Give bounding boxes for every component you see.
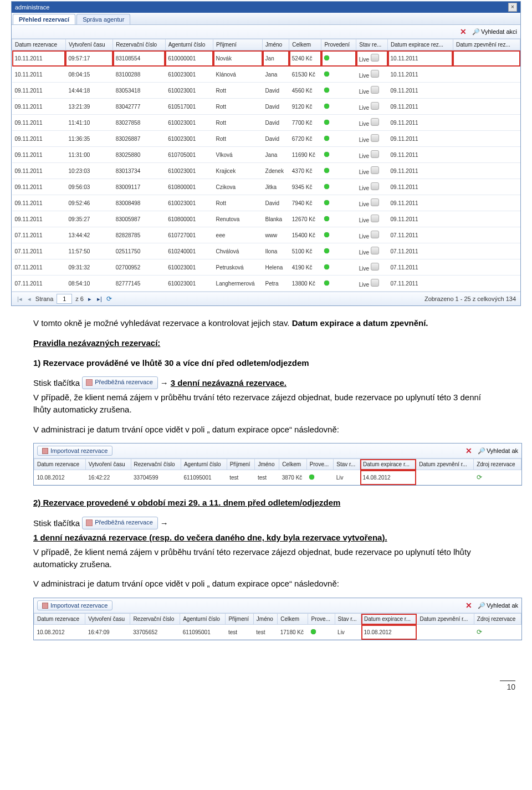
- col-header[interactable]: Celkem: [278, 614, 308, 625]
- col-header[interactable]: Stav r...: [334, 459, 360, 470]
- col-header[interactable]: Datum expirace r...: [361, 614, 417, 625]
- table-row[interactable]: 07.11.201111:57:5002511750610240001Chvál…: [12, 243, 520, 259]
- page-number: 10: [500, 680, 515, 691]
- toolbar: Importovat rezervace ✕ 🔎Vyhledat ak: [34, 598, 521, 613]
- col-header[interactable]: Přijmení: [227, 459, 255, 470]
- col-header[interactable]: Vytvoření času: [85, 614, 130, 625]
- col-header[interactable]: Jméno: [255, 459, 279, 470]
- clear-icon[interactable]: ✕: [466, 446, 472, 455]
- predbezna-button[interactable]: Předběžná rezervace: [82, 376, 158, 389]
- col-header[interactable]: Zdroj rezervace: [474, 459, 521, 470]
- table-row[interactable]: 09.11.201109:56:0383009117610800001Cziko…: [12, 179, 520, 195]
- admin-window-2: Importovat rezervace ✕ 🔎Vyhledat ak Datu…: [33, 443, 522, 486]
- col-header[interactable]: Agenturní číslo: [180, 614, 226, 625]
- p1a: V tomto okně je možné vyhledávat rezerva…: [33, 318, 292, 328]
- clear-icon[interactable]: ✕: [460, 27, 467, 36]
- table-row[interactable]: 09.11.201111:36:3583026887610023001RottD…: [12, 131, 520, 147]
- table-row[interactable]: 07.11.201108:54:1082777145610023001Langh…: [12, 276, 520, 292]
- stisk-label: Stisk tlačítka: [33, 517, 80, 529]
- binoculars-icon: 🔎: [472, 28, 480, 35]
- col-header[interactable]: Datum zpevnění r...: [417, 614, 474, 625]
- first-page-icon[interactable]: |◂: [16, 295, 23, 303]
- table-row[interactable]: 09.11.201114:44:1883053418610023001RottD…: [12, 83, 520, 99]
- table-row[interactable]: 10.08.201216:47:0933705652611095001testt…: [34, 625, 521, 640]
- page-input[interactable]: [57, 294, 72, 304]
- table-row[interactable]: 07.11.201109:31:3202700952610023001Petru…: [12, 259, 520, 276]
- search-action[interactable]: 🔎Vyhledat akci: [472, 28, 517, 35]
- toolbar: ✕ 🔎Vyhledat akci: [12, 25, 520, 39]
- col-header[interactable]: Datum expirace rez...: [388, 39, 453, 50]
- p6: 2) Rezervace provedené v období mezi 29.…: [33, 497, 499, 509]
- col-header[interactable]: Rezervační číslo: [131, 459, 181, 470]
- table-row[interactable]: 07.11.201113:44:4282828785610727001eeeww…: [12, 227, 520, 243]
- col-header[interactable]: Celkem: [289, 39, 321, 50]
- p3: 1) Rezervace prováděné ve lhůtě 30 a víc…: [33, 357, 499, 369]
- col-header[interactable]: Stav r...: [335, 614, 361, 625]
- import-icon: [42, 448, 48, 454]
- admin-window: administrace × Přehled rezervací Správa …: [11, 1, 521, 306]
- refresh-icon[interactable]: ⟳: [106, 295, 112, 303]
- col-header[interactable]: Přijmení: [213, 39, 263, 50]
- col-header[interactable]: Datum rezervace: [12, 39, 66, 50]
- import-button[interactable]: Importovat rezervace: [37, 600, 112, 610]
- col-header[interactable]: Agenturní číslo: [181, 459, 227, 470]
- col-header[interactable]: Rezervační číslo: [113, 39, 165, 50]
- col-header[interactable]: Prove...: [308, 614, 335, 625]
- arrow-icon: →: [160, 377, 168, 389]
- table-row[interactable]: 09.11.201111:31:0083025880610705001Vlkov…: [12, 147, 520, 163]
- next-page-icon[interactable]: ▸: [87, 295, 93, 303]
- col-header[interactable]: Datum expirace r...: [360, 459, 416, 470]
- import-button[interactable]: Importovat rezervace: [37, 446, 112, 456]
- col-header[interactable]: Celkem: [279, 459, 307, 470]
- pager-summary: Zobrazeno 1 - 25 z celkových 134: [424, 295, 516, 302]
- col-header[interactable]: Datum rezervace: [34, 459, 86, 470]
- clear-icon[interactable]: ✕: [466, 601, 472, 610]
- table-row[interactable]: 10.11.201108:04:1583100288610023001Kláno…: [12, 67, 520, 83]
- page-label: Strana: [35, 295, 53, 302]
- col-header[interactable]: Jméno: [263, 39, 289, 50]
- page-of: z 6: [75, 295, 84, 302]
- col-header[interactable]: Vytvoření času: [85, 459, 131, 470]
- search-action[interactable]: 🔎Vyhledat ak: [478, 447, 518, 455]
- tab-sprava[interactable]: Správa agentur: [76, 14, 130, 24]
- table-row[interactable]: 09.11.201111:41:1083027858610023001RottD…: [12, 115, 520, 131]
- col-header[interactable]: Datum rezervace: [34, 614, 85, 625]
- col-header[interactable]: Datum zpevnění r...: [416, 459, 474, 470]
- table-row[interactable]: 09.11.201109:52:4683008498610023001RottD…: [12, 195, 520, 211]
- col-header[interactable]: Rezervační číslo: [130, 614, 180, 625]
- table-row[interactable]: 09.11.201109:35:2783005987610800001Renut…: [12, 211, 520, 227]
- col-header[interactable]: Provedení: [321, 39, 356, 50]
- prev-page-icon[interactable]: ◂: [27, 295, 32, 303]
- reservations-grid: Datum rezervaceVytvoření časuRezervační …: [12, 39, 520, 292]
- p2: Pravidla nezávazných rezervací:: [33, 337, 499, 349]
- rez1: 1 denní nezávazná rezervace (resp. do ve…: [33, 532, 387, 544]
- arrow-icon: →: [160, 517, 168, 529]
- table-row[interactable]: 09.11.201113:21:3983042777610517001RottD…: [12, 99, 520, 115]
- pager: |◂ ◂ Strana z 6 ▸ ▸| ⟳ Zobrazeno 1 - 25 …: [12, 292, 520, 305]
- col-header[interactable]: Datum zpevnění rez...: [453, 39, 520, 50]
- col-header[interactable]: Zdroj rezervace: [474, 614, 521, 625]
- col-header[interactable]: Stav re...: [356, 39, 388, 50]
- binoculars-icon: 🔎: [478, 447, 485, 455]
- col-header[interactable]: Jméno: [253, 614, 277, 625]
- col-header[interactable]: Přijmení: [226, 614, 253, 625]
- predbezna-icon: [86, 519, 93, 526]
- table-row[interactable]: 10.11.201109:57:1783108554610000001Novák…: [12, 50, 520, 67]
- close-icon[interactable]: ×: [508, 3, 517, 12]
- doc-body-2: 2) Rezervace provedené v období mezi 29.…: [33, 497, 499, 590]
- p1b: Datum expirace a datum zpevnění.: [292, 318, 428, 328]
- table-row[interactable]: 09.11.201110:23:0383013734610023001Kraji…: [12, 163, 520, 179]
- col-header[interactable]: Prove...: [306, 459, 333, 470]
- p7: V případě, že klient nemá zájem v průběh…: [33, 546, 499, 570]
- table-row[interactable]: 10.08.201216:42:2233704599611095001testt…: [34, 470, 521, 485]
- col-header[interactable]: Vytvoření času: [65, 39, 112, 50]
- search-action[interactable]: 🔎Vyhledat ak: [478, 602, 518, 609]
- doc-body: V tomto okně je možné vyhledávat rezerva…: [33, 317, 499, 435]
- tab-strip: Přehled rezervací Správa agentur: [12, 13, 520, 25]
- last-page-icon[interactable]: ▸|: [96, 295, 103, 303]
- import-icon: [42, 603, 48, 609]
- col-header[interactable]: Agenturní číslo: [165, 39, 213, 50]
- predbezna-icon: [86, 379, 93, 386]
- predbezna-button[interactable]: Předběžná rezervace: [82, 517, 158, 529]
- tab-prehled[interactable]: Přehled rezervací: [13, 14, 75, 24]
